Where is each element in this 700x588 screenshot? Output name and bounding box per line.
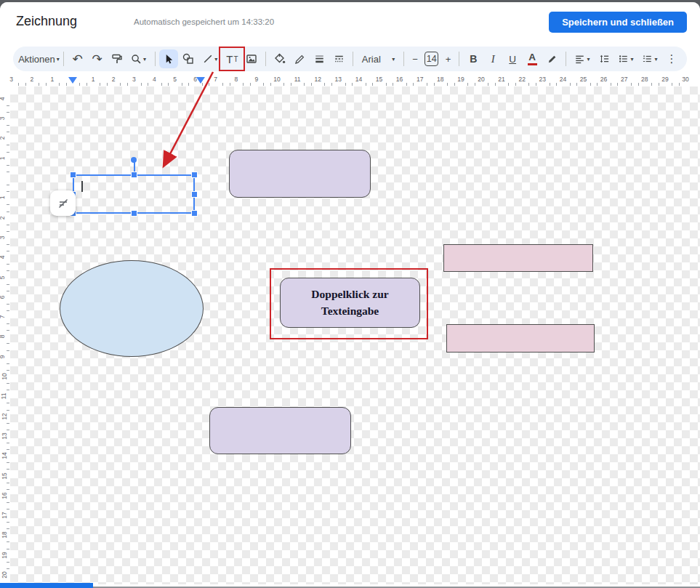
resize-handle-middle-right[interactable] — [192, 192, 197, 197]
resize-handle-top-right[interactable] — [192, 172, 197, 177]
text-color-button[interactable]: A — [523, 49, 542, 68]
page-title: Zeichnung — [16, 14, 77, 29]
ruler-number: 3 — [0, 117, 6, 121]
chevron-down-icon: ▾ — [392, 56, 395, 63]
ruler-number: 6 — [0, 295, 6, 299]
divider — [403, 52, 404, 66]
resize-handle-bottom-middle[interactable] — [132, 211, 137, 216]
text-box-tool[interactable]: TT — [222, 49, 241, 68]
line-spacing-button[interactable] — [595, 49, 613, 68]
ruler-number: 12 — [314, 76, 321, 83]
chevron-down-icon: ▾ — [214, 56, 217, 63]
chevron-down-icon: ▾ — [587, 56, 590, 63]
font-family-value: Arial — [362, 54, 381, 65]
highlight-color-button[interactable] — [542, 49, 561, 68]
undo-button[interactable]: ↶ — [68, 49, 87, 68]
more-options-button[interactable]: ⋮ — [662, 49, 681, 68]
actions-menu[interactable]: Aktionen ▾ — [19, 49, 59, 68]
insert-image-button[interactable] — [242, 49, 261, 68]
ruler-number: 8 — [234, 76, 238, 83]
resize-handle-top-left[interactable] — [71, 172, 76, 177]
numbered-list-button[interactable]: ▾ — [638, 49, 661, 68]
shape-pink-rect-2[interactable] — [446, 324, 595, 353]
ruler-marker[interactable] — [68, 77, 77, 84]
fill-color-button[interactable] — [270, 49, 289, 68]
ruler-number: 9 — [0, 355, 6, 358]
toolbar: Aktionen ▾ ↶ ↷ ▾ ▾ TT — [13, 47, 687, 71]
bottom-scrollbar-thumb[interactable] — [0, 583, 93, 588]
ruler-number: 21 — [498, 76, 504, 83]
zoom-tool[interactable]: ▾ — [127, 49, 150, 68]
ruler-number: 26 — [600, 76, 607, 83]
header: Zeichnung Automatisch gespeichert um 14:… — [0, 2, 700, 46]
save-and-close-button[interactable]: Speichern und schließen — [549, 12, 687, 33]
resize-handle-top-middle[interactable] — [132, 172, 137, 177]
ruler-number: 18 — [437, 76, 443, 83]
ruler-number: 4 — [0, 97, 6, 100]
ruler-number: 2 — [0, 137, 6, 140]
line-tool[interactable]: ▾ — [198, 49, 222, 68]
decrease-font-size-button[interactable]: − — [409, 49, 422, 68]
select-tool[interactable] — [159, 49, 178, 68]
ruler-number: 1 — [0, 156, 6, 160]
ruler-marker[interactable] — [196, 77, 205, 84]
ruler-number: 16 — [1, 492, 8, 499]
divider — [353, 52, 353, 66]
increase-font-size-button[interactable]: + — [441, 49, 454, 68]
numbered-list-icon — [642, 54, 653, 64]
ruler-number: 7 — [0, 315, 6, 319]
drawing-canvas[interactable]: Doppelklick zur Texteingabe — [10, 86, 700, 584]
line-weight-icon — [314, 54, 325, 64]
ruler-number: 27 — [621, 76, 627, 83]
shape-ellipse[interactable] — [60, 260, 204, 357]
shape-tool[interactable] — [179, 49, 198, 68]
resize-handle-bottom-right[interactable] — [192, 211, 197, 216]
rotation-handle[interactable] — [131, 157, 137, 163]
ruler-number: 5 — [173, 76, 177, 83]
chevron-down-icon: ▾ — [630, 56, 633, 63]
italic-button[interactable]: I — [483, 49, 502, 68]
ruler-number: 3 — [9, 76, 13, 83]
ruler-number: 2 — [112, 76, 116, 83]
ruler-number: 2 — [30, 76, 33, 83]
border-weight-button[interactable] — [310, 49, 329, 68]
align-button[interactable]: ▾ — [571, 49, 594, 68]
ruler-number: 16 — [396, 76, 403, 83]
redo-button[interactable]: ↷ — [88, 49, 107, 68]
vertical-ruler[interactable]: 43211234567891011121314151617181920 — [0, 86, 10, 588]
border-color-button[interactable] — [290, 49, 309, 68]
chevron-down-icon: ▾ — [143, 56, 146, 63]
ruler-number: 15 — [376, 76, 382, 83]
ruler-number: 19 — [457, 76, 464, 83]
ruler-number: 5 — [0, 275, 6, 279]
ruler-number: 7 — [214, 76, 217, 83]
bold-button[interactable]: B — [464, 49, 483, 68]
border-dash-button[interactable] — [329, 49, 348, 68]
shape-rounded-rect-bottom[interactable] — [209, 407, 351, 454]
ruler-number: 18 — [1, 532, 8, 539]
horizontal-ruler[interactable]: 3211234567891011121314151617181920212223… — [10, 75, 700, 86]
paint-format-button[interactable] — [108, 49, 126, 68]
shape-rounded-rect-top[interactable] — [229, 150, 371, 198]
bulleted-list-button[interactable]: ▾ — [614, 49, 637, 68]
ruler-number: 11 — [0, 393, 7, 400]
ruler-number: 25 — [580, 76, 587, 83]
ruler-number: 23 — [539, 76, 546, 83]
ruler-number: 3 — [132, 76, 136, 83]
ruler-number: 14 — [355, 76, 362, 83]
ruler-number: 17 — [417, 76, 423, 83]
ruler-number: 24 — [560, 76, 566, 83]
ruler-number: 4 — [153, 76, 156, 83]
font-family-select[interactable]: Arial ▾ — [358, 49, 399, 68]
underline-button[interactable]: U — [503, 49, 522, 68]
shape-pink-rect-1[interactable] — [443, 244, 593, 272]
divider — [566, 52, 566, 66]
text-tool-label: T — [226, 53, 233, 65]
ruler-corner — [0, 75, 10, 86]
font-size-input[interactable]: 14 — [425, 52, 438, 66]
selected-text-box[interactable] — [73, 174, 195, 214]
ruler-number: 30 — [682, 76, 688, 83]
chevron-down-icon: ▾ — [654, 56, 657, 63]
text-autofit-button[interactable] — [50, 190, 76, 216]
shape-rounded-rect-annotated[interactable]: Doppelklick zur Texteingabe — [280, 278, 420, 328]
